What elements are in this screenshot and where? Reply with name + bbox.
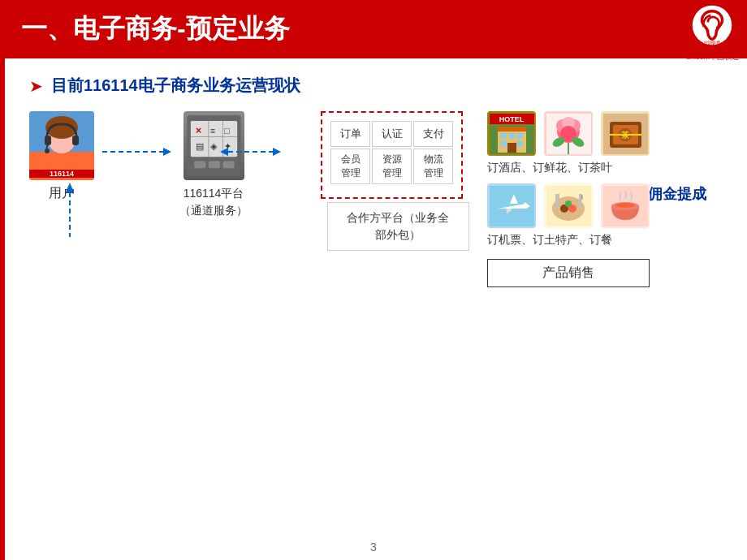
svg-rect-63 <box>579 194 581 209</box>
subtitle-text: 目前116114电子商务业务运营现状 <box>51 75 300 97</box>
svg-rect-39 <box>507 143 516 153</box>
plane-icon-item <box>487 183 536 228</box>
user-label: 用户 <box>49 185 75 202</box>
partner-label: 合作方平台（业务全部外包） <box>327 202 469 251</box>
bowl-icon-item <box>601 183 650 228</box>
flower-icon-item <box>544 111 593 156</box>
svg-rect-62 <box>559 194 559 200</box>
svg-text:HOTEL: HOTEL <box>499 115 524 123</box>
user-section: 116114 用户 <box>29 111 94 202</box>
svg-rect-37 <box>501 141 507 147</box>
grid-cell-logistics: 物流管理 <box>413 149 453 184</box>
partner-box-wrapper: 订单 认证 支付 会员管理 资源管理 物流管理 合作方平台（业务全部外包） <box>321 111 475 251</box>
content-area: ➤ 目前116114电子商务业务运营现状 佣金提成 <box>5 58 747 536</box>
svg-text:≡: ≡ <box>209 126 214 136</box>
flower-graphic-icon <box>546 114 591 154</box>
logo-area: 中国联通 China unicom中国联通 <box>686 4 739 62</box>
svg-text:◈: ◈ <box>209 141 217 151</box>
svg-text:×: × <box>196 125 201 136</box>
services-row1-text: 订酒店、订鲜花、订茶叶 <box>487 161 612 175</box>
user-image: 116114 <box>29 111 94 180</box>
icons-text-row-2: 订机票、订土特产、订餐 <box>487 233 650 248</box>
diagram-row: 116114 用户 <box>29 111 723 287</box>
grid-cell-auth: 认证 <box>372 121 412 147</box>
platform-image: × ≡ □ ▤ ◈ ✦ <box>184 111 244 180</box>
slide: 一、电子商务-预定业务 中国联通 China unicom中国联通 ➤ 目前11… <box>0 0 747 560</box>
bowl-graphic-icon <box>603 186 648 226</box>
plane-icon <box>487 183 536 228</box>
svg-rect-35 <box>509 133 515 139</box>
partner-grid: 订单 认证 支付 会员管理 资源管理 物流管理 <box>330 121 453 184</box>
grid-cell-member: 会员管理 <box>330 149 370 184</box>
specialty-icon <box>544 183 593 228</box>
subtitle-row: ➤ 目前116114电子商务业务运营现状 <box>29 75 723 97</box>
page-number: 3 <box>370 541 377 554</box>
bullet-arrow-icon: ➤ <box>29 76 43 96</box>
tea-graphic-icon: 茶 <box>603 114 648 154</box>
header: 一、电子商务-预定业务 <box>5 0 747 58</box>
unicom-logo-icon: 中国联通 <box>691 4 733 46</box>
svg-rect-61 <box>555 194 556 200</box>
svg-rect-38 <box>517 141 523 147</box>
partner-box: 订单 认证 支付 会员管理 资源管理 物流管理 <box>321 111 463 199</box>
plane-graphic-icon <box>490 186 534 226</box>
svg-rect-15 <box>72 136 79 145</box>
bowl-icon <box>601 183 650 228</box>
services-row2-text: 订机票、订土特产、订餐 <box>487 233 612 248</box>
svg-rect-34 <box>501 133 507 139</box>
svg-point-16 <box>45 149 50 153</box>
tea-icon: 茶 <box>601 111 650 156</box>
svg-rect-33 <box>498 127 526 131</box>
flower-icon <box>544 111 593 156</box>
icons-row-2 <box>487 183 650 228</box>
svg-point-69 <box>615 203 635 208</box>
platform-label: 116114平台（通道服务） <box>179 185 248 219</box>
svg-rect-29 <box>208 161 219 168</box>
icons-row-1: HOTEL <box>487 111 650 156</box>
svg-text:▤: ▤ <box>196 141 204 151</box>
svg-rect-30 <box>222 161 234 168</box>
platform-section: × ≡ □ ▤ ◈ ✦ 116114平台（通道 <box>179 111 248 219</box>
platform-device-icon: × ≡ □ ▤ ◈ ✦ <box>184 115 244 176</box>
page-title: 一、电子商务-预定业务 <box>21 11 290 47</box>
diagram-container: 116114 用户 <box>29 111 723 287</box>
hotel-building-icon: HOTEL <box>490 114 534 154</box>
svg-text:✦: ✦ <box>224 141 231 151</box>
tea-icon-item: 茶 <box>601 111 650 156</box>
grid-cell-payment: 支付 <box>413 121 453 147</box>
right-section: HOTEL <box>487 111 650 287</box>
grid-cell-order: 订单 <box>330 121 370 147</box>
product-sales-box: 产品销售 <box>487 259 650 287</box>
svg-rect-28 <box>194 161 205 168</box>
icons-text-row-1: 订酒店、订鲜花、订茶叶 <box>487 161 650 175</box>
svg-rect-36 <box>517 133 523 139</box>
svg-rect-60 <box>556 194 559 209</box>
specialty-icon-item <box>544 183 593 228</box>
specialty-graphic-icon <box>546 186 591 226</box>
svg-point-66 <box>565 200 572 207</box>
hotel-icon: HOTEL <box>487 111 536 156</box>
hotel-icon-item: HOTEL <box>487 111 536 156</box>
svg-text:□: □ <box>224 126 230 136</box>
user-logo-overlay: 116114 <box>29 170 94 178</box>
grid-cell-resource: 资源管理 <box>372 149 412 184</box>
